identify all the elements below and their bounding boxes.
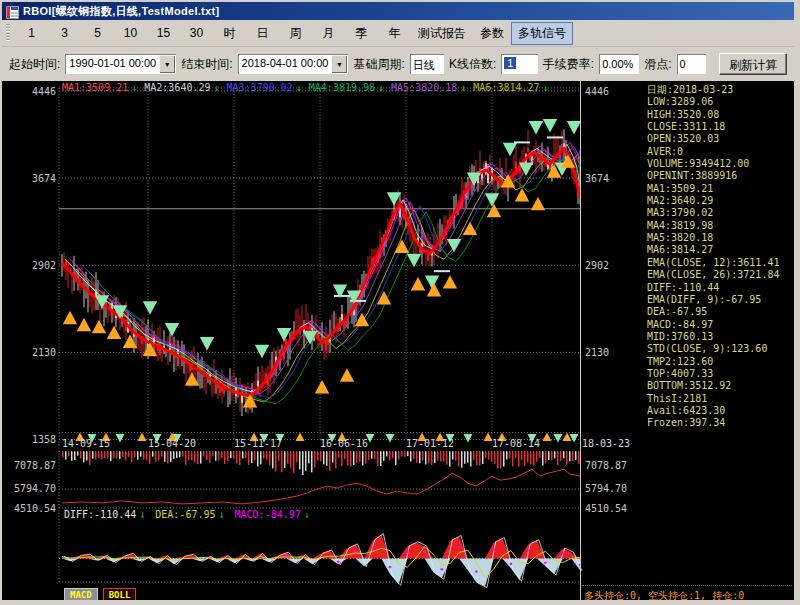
info-line: CLOSE:3311.18: [647, 121, 779, 133]
info-line: EMA(CLOSE, 26):3721.84: [647, 269, 779, 281]
down-arrow-icon: ↓: [460, 82, 466, 93]
ma-value-label: MA3:3790.02: [227, 82, 293, 93]
right-axis-label: 4446: [585, 86, 609, 97]
info-line: TOP:4007.33: [647, 368, 779, 380]
fee-input[interactable]: 0.00%: [599, 54, 639, 74]
start-time-label: 起始时间:: [9, 56, 60, 73]
slippage-input[interactable]: 0: [677, 54, 706, 74]
ma-value: MA3:3790.02↓: [227, 82, 302, 93]
y-axis-label: 1358: [32, 435, 56, 446]
menu-button-多轨信号[interactable]: 多轨信号: [511, 22, 573, 45]
ma-value: MA5:3820.18↓: [391, 82, 466, 93]
y-axis-label: 2902: [32, 260, 56, 271]
info-line: MA2:3640.29: [647, 195, 779, 207]
period-button-时[interactable]: 时: [213, 22, 246, 45]
menu-button-测试报告[interactable]: 测试报告: [411, 22, 473, 45]
right-axis-label: 4510.54: [585, 503, 627, 514]
chart-area: 444636742902213013587078.875794.704510.5…: [2, 81, 794, 600]
info-line: HIGH:3520.08: [647, 109, 779, 121]
ma-value: MA4:3819.98↓: [309, 82, 384, 93]
y-axis-label: 4446: [32, 86, 56, 97]
toolbar-gripper[interactable]: [6, 24, 10, 42]
ma-value-label: MA1:3509.21: [62, 82, 128, 93]
info-line: VOLUME:9349412.00: [647, 158, 779, 170]
ma-value-label: MA6:3814.27: [473, 82, 539, 93]
x-axis-label: 18-03-23: [582, 439, 630, 450]
period-button-15[interactable]: 15: [147, 23, 180, 43]
x-axis-label: 17-01-12: [406, 439, 454, 450]
refresh-button[interactable]: 刷新计算: [719, 53, 787, 75]
y-axis-label: 3674: [32, 173, 56, 184]
ma-value-label: MA4:3819.98: [309, 82, 375, 93]
settings-toolbar: 起始时间: 1990-01-01 00:00 ▼ 结束时间: 2018-04-0…: [2, 47, 794, 81]
info-line: DEA:-67.95: [647, 306, 779, 318]
period-button-日[interactable]: 日: [246, 22, 279, 45]
app-window: RBOI[螺纹钢指数,日线,TestModel.txt] 135101530时日…: [0, 0, 800, 605]
info-line: TMP2:123.60: [647, 356, 779, 368]
indicator-tab-BOLL[interactable]: BOLL: [103, 588, 137, 600]
info-line: 日期:2018-03-23: [647, 84, 779, 96]
macd-value-label: DEA:-67.95: [155, 509, 215, 520]
period-button-5[interactable]: 5: [81, 23, 114, 43]
info-line: OPENINT:3889916: [647, 170, 779, 182]
x-axis-label: 15-11-17: [234, 439, 282, 450]
x-axis-label: 17-08-14: [492, 439, 540, 450]
period-button-1[interactable]: 1: [15, 23, 48, 43]
period-button-10[interactable]: 10: [114, 23, 147, 43]
kline-mult-input[interactable]: 1: [501, 54, 538, 74]
end-time-label: 结束时间:: [181, 56, 232, 73]
indicator-tabs: MACDBOLL: [64, 588, 136, 600]
period-button-30[interactable]: 30: [180, 23, 213, 43]
base-period-label: 基础周期:: [353, 56, 404, 73]
right-axis-label: 3674: [585, 173, 609, 184]
info-line: OPEN:3520.03: [647, 133, 779, 145]
macd-value-label: MACD:-84.97: [235, 509, 301, 520]
right-axis-label: 5794.70: [585, 483, 627, 494]
period-button-月[interactable]: 月: [312, 22, 345, 45]
info-line: Frozen:397.34: [647, 417, 779, 429]
down-arrow-icon: ↓: [296, 82, 302, 93]
quote-info-panel: 日期:2018-03-23LOW:3289.06HIGH:3520.08CLOS…: [647, 84, 779, 430]
info-line: AVER:0: [647, 146, 779, 158]
info-line: EMA(CLOSE, 12):3611.41: [647, 257, 779, 269]
macd-value: MACD:-84.97↓: [235, 509, 310, 520]
period-button-年[interactable]: 年: [378, 22, 411, 45]
indicator-tab-MACD[interactable]: MACD: [64, 588, 98, 600]
down-arrow-icon: ↓: [219, 509, 225, 520]
info-line: Avail:6423.30: [647, 405, 779, 417]
period-buttons: 135101530时日周月季年测试报告参数多轨信号: [15, 22, 573, 45]
ma-value-label: MA2:3640.29: [144, 82, 210, 93]
volume-axis-label: 7078.87: [14, 460, 56, 471]
period-toolbar: 135101530时日周月季年测试报告参数多轨信号: [2, 20, 794, 47]
period-button-周[interactable]: 周: [279, 22, 312, 45]
position-status: 多头持仓:0, 空头持仓:1, 持仓:0: [584, 589, 744, 600]
macd-value: DEA:-67.95↓: [155, 509, 224, 520]
base-period-input[interactable]: 日线: [410, 54, 444, 74]
info-line: MID:3760.13: [647, 331, 779, 343]
start-time-value: 1990-01-01 00:00: [65, 54, 158, 74]
info-line: MA3:3790.02: [647, 207, 779, 219]
y-axis-label: 2130: [32, 347, 56, 358]
start-time-combo[interactable]: 1990-01-01 00:00 ▼: [65, 54, 176, 74]
volume-axis-label: 5794.70: [14, 483, 56, 494]
dropdown-arrow-icon[interactable]: ▼: [331, 55, 347, 73]
info-line: ThisI:2181: [647, 393, 779, 405]
ma-value: MA1:3509.21↓: [62, 82, 137, 93]
down-arrow-icon: ↓: [139, 509, 145, 520]
volume-axis-label: 4510.54: [14, 503, 56, 514]
dropdown-arrow-icon[interactable]: ▼: [159, 55, 175, 73]
down-arrow-icon: ↓: [378, 82, 384, 93]
menu-button-参数[interactable]: 参数: [473, 22, 511, 45]
macd-values-overlay: DIFF:-110.44↓DEA:-67.95↓MACD:-84.97↓: [64, 509, 310, 520]
ma-value-label: MA5:3820.18: [391, 82, 457, 93]
kline-mult-value: 1: [504, 57, 516, 69]
period-button-季[interactable]: 季: [345, 22, 378, 45]
info-line: MACD:-84.97: [647, 319, 779, 331]
ma-value: MA6:3814.27↓: [473, 82, 548, 93]
period-button-3[interactable]: 3: [48, 23, 81, 43]
app-icon: [6, 5, 19, 18]
right-axis-label: 2130: [585, 347, 609, 358]
end-time-combo[interactable]: 2018-04-01 00:00 ▼: [238, 54, 349, 74]
down-arrow-icon: ↓: [543, 82, 549, 93]
titlebar[interactable]: RBOI[螺纹钢指数,日线,TestModel.txt]: [2, 2, 794, 20]
